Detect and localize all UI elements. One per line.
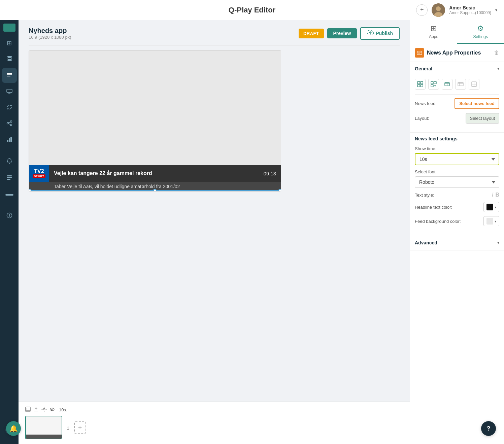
sidebar-item-sync[interactable] bbox=[2, 100, 17, 115]
slide-thumb[interactable] bbox=[25, 416, 62, 439]
tab-apps[interactable]: ⊞ Apps bbox=[410, 20, 457, 44]
panel-title-bar: News App Properties 🗑 bbox=[410, 44, 504, 62]
sidebar-item-bell[interactable] bbox=[2, 155, 17, 169]
ticker-body: Taber Vejle til AaB, vil holdet udligne … bbox=[29, 182, 281, 191]
svg-rect-44 bbox=[431, 84, 433, 87]
headline-color-label: Headline text color: bbox=[415, 205, 452, 210]
right-panel: ⊞ Apps ⚙ Settings News App Properties 🗑 … bbox=[410, 20, 504, 444]
advanced-header[interactable]: Advanced ▾ bbox=[410, 235, 504, 250]
dashboard-icon: ⊞ bbox=[7, 39, 12, 47]
timeline-eye-icon[interactable] bbox=[49, 407, 55, 413]
user-sub: Amer Suppo...(100009) bbox=[449, 10, 491, 15]
svg-rect-4 bbox=[8, 56, 11, 58]
feed-bg-color-label: Feed background color: bbox=[415, 219, 461, 224]
sidebar-item-display[interactable] bbox=[2, 84, 17, 99]
svg-rect-6 bbox=[7, 73, 12, 74]
sidebar-logo[interactable] bbox=[3, 24, 15, 32]
canvas-actions: DRAFT Preview Publish bbox=[299, 27, 400, 40]
feed-bg-color-button[interactable]: ▾ bbox=[483, 216, 499, 226]
apps-tab-icon: ⊞ bbox=[431, 24, 437, 33]
edit-icon bbox=[6, 72, 12, 79]
bold-icon[interactable]: B bbox=[495, 192, 499, 198]
ticker-logo-tv: TV2 bbox=[34, 169, 44, 174]
feed-bg-color-chevron-icon: ▾ bbox=[495, 219, 496, 223]
warning-icon bbox=[6, 212, 12, 220]
gen-icon-3[interactable] bbox=[442, 79, 452, 90]
timeline-add-icon[interactable] bbox=[25, 407, 31, 413]
user-chevron-icon[interactable]: ▾ bbox=[495, 8, 497, 12]
share-icon bbox=[6, 120, 12, 128]
svg-rect-43 bbox=[434, 81, 436, 84]
bell-icon bbox=[7, 158, 12, 166]
italic-icon[interactable]: I bbox=[492, 192, 493, 198]
user-info: Amer Besic Amer Suppo...(100009) bbox=[449, 5, 491, 15]
sidebar-item-share[interactable] bbox=[2, 116, 17, 131]
svg-rect-39 bbox=[421, 81, 423, 84]
advanced-chevron-icon: ▾ bbox=[497, 240, 499, 245]
bell-notification-icon: 🔔 bbox=[9, 424, 18, 433]
sidebar-divider-2 bbox=[4, 205, 14, 205]
add-button[interactable]: + bbox=[416, 4, 428, 16]
help-button[interactable]: ? bbox=[481, 421, 496, 436]
advanced-title: Advanced bbox=[415, 240, 437, 245]
draft-button[interactable]: DRAFT bbox=[299, 29, 324, 38]
show-time-select[interactable]: 10s 5s 15s 20s 30s bbox=[415, 153, 499, 165]
section-news-feed-settings: News feed settings Show time: 10s 5s 15s… bbox=[410, 133, 504, 235]
section-advanced: Advanced ▾ bbox=[410, 235, 504, 250]
publish-button[interactable]: Publish bbox=[360, 27, 400, 40]
panel-title-inner: News App Properties bbox=[415, 48, 481, 58]
select-layout-button[interactable]: Select layout bbox=[466, 113, 499, 124]
svg-rect-50 bbox=[458, 82, 463, 86]
section-general-header[interactable]: General ▾ bbox=[410, 62, 504, 75]
section-general-title: General bbox=[415, 66, 432, 71]
sidebar-item-list[interactable] bbox=[2, 171, 17, 185]
svg-rect-41 bbox=[421, 84, 423, 87]
svg-point-33 bbox=[50, 408, 54, 411]
svg-rect-8 bbox=[7, 76, 10, 76]
display-icon bbox=[6, 88, 12, 95]
delete-icon[interactable]: 🗑 bbox=[494, 50, 499, 56]
select-font-select[interactable]: Roboto Arial Open Sans Lato bbox=[415, 176, 499, 188]
sidebar-item-bar[interactable] bbox=[2, 187, 17, 202]
tab-settings[interactable]: ⚙ Settings bbox=[457, 20, 504, 44]
panel-title-text: News App Properties bbox=[427, 50, 481, 56]
user-name: Amer Besic bbox=[449, 5, 491, 10]
canvas-wrapper[interactable]: TV2 SPORT Vejle kan tangere 22 år gammel… bbox=[29, 50, 281, 192]
svg-rect-35 bbox=[417, 51, 422, 55]
svg-rect-22 bbox=[7, 177, 12, 178]
svg-rect-42 bbox=[431, 81, 433, 84]
select-font-label: Select font: bbox=[415, 169, 499, 174]
text-style-icons: I B bbox=[492, 192, 499, 198]
sidebar-item-warning[interactable] bbox=[2, 209, 17, 224]
svg-rect-28 bbox=[26, 407, 30, 412]
sidebar-item-edit[interactable] bbox=[2, 68, 17, 83]
timeline-area: 10s. 1 + bbox=[19, 402, 410, 444]
gen-icon-1[interactable] bbox=[415, 79, 426, 90]
canvas-title-block: Nyheds app 16:9 (1920 x 1080 px) bbox=[29, 27, 71, 40]
add-slide-button[interactable]: + bbox=[74, 421, 86, 434]
sidebar-item-save[interactable] bbox=[2, 52, 17, 67]
notification-bell-button[interactable]: 🔔 bbox=[6, 421, 21, 436]
bar-icon bbox=[5, 191, 13, 198]
settings-tab-icon: ⚙ bbox=[477, 24, 484, 33]
sidebar-item-dashboard[interactable]: ⊞ bbox=[2, 36, 17, 50]
editor-area: Nyheds app 16:9 (1920 x 1080 px) DRAFT P… bbox=[19, 20, 410, 402]
avatar bbox=[432, 3, 445, 17]
news-feed-row: News feed: Select news feed bbox=[415, 98, 499, 109]
select-news-feed-button[interactable]: Select news feed bbox=[455, 98, 499, 109]
timeline-upload-icon[interactable] bbox=[33, 407, 39, 413]
sync-icon bbox=[6, 104, 12, 112]
headline-color-button[interactable]: ▾ bbox=[483, 202, 499, 212]
timeline-settings-icon[interactable] bbox=[41, 407, 47, 413]
gen-icon-5[interactable] bbox=[469, 79, 479, 90]
svg-rect-40 bbox=[417, 84, 420, 87]
save-icon bbox=[6, 56, 12, 63]
sidebar-divider-1 bbox=[4, 151, 14, 151]
gen-icon-4[interactable] bbox=[455, 79, 466, 90]
news-ticker: TV2 SPORT Vejle kan tangere 22 år gammel… bbox=[29, 165, 281, 191]
gen-icon-2[interactable] bbox=[428, 79, 439, 90]
preview-button[interactable]: Preview bbox=[327, 28, 357, 38]
canvas-inner: TV2 SPORT Vejle kan tangere 22 år gammel… bbox=[29, 50, 281, 191]
timeline-track: 1 + bbox=[25, 416, 403, 439]
sidebar-item-analytics[interactable] bbox=[2, 133, 17, 147]
